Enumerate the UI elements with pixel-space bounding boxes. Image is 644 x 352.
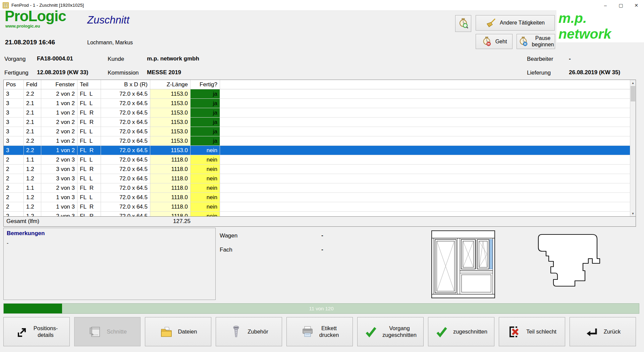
positions-details-label: Positions- details bbox=[34, 325, 58, 339]
pause-beginnen-label: Pause beginnen bbox=[532, 35, 554, 48]
cell-fenster: 3 von 3 bbox=[41, 165, 77, 174]
cell-zlaenge: 1118.0 bbox=[150, 155, 191, 164]
cell-pos: 3 bbox=[4, 146, 24, 155]
stopwatch-pause-icon bbox=[518, 36, 529, 47]
table-row[interactable]: 3 2.1 2 von 2 FL L 72.0 x 64.5 1153.0 ja bbox=[4, 127, 636, 136]
cell-fenster: 2 von 3 bbox=[41, 212, 77, 217]
cell-fertig: nein bbox=[191, 183, 220, 192]
dateien-button[interactable]: Dateien bbox=[145, 317, 211, 346]
cell-zlaenge: 1153.0 bbox=[150, 108, 191, 117]
col-header-zlaenge[interactable]: Z-Länge bbox=[150, 80, 191, 89]
table-row[interactable]: 2 1.2 2 von 3 FL R 72.0 x 64.5 1118.0 ne… bbox=[4, 212, 636, 217]
cell-pos: 2 bbox=[4, 212, 24, 217]
current-datetime: 21.08.2019 16:46 bbox=[5, 39, 55, 46]
zurueck-button[interactable]: Zurück bbox=[570, 317, 636, 346]
table-row[interactable]: 3 2.2 1 von 2 FL R 72.0 x 64.5 1153.0 ne… bbox=[4, 146, 636, 155]
table-row[interactable]: 2 1.2 1 von 3 FL L 72.0 x 64.5 1118.0 ne… bbox=[4, 193, 636, 202]
cell-fenster: 2 von 3 bbox=[41, 155, 77, 164]
table-row[interactable]: 2 1.2 3 von 3 FL R 72.0 x 64.5 1118.0 ne… bbox=[4, 165, 636, 174]
table-row[interactable]: 2 1.1 2 von 3 FL L 72.0 x 64.5 1118.0 ne… bbox=[4, 155, 636, 165]
timer-lookup-button[interactable] bbox=[455, 15, 471, 32]
cell-teil: FL L bbox=[77, 193, 101, 202]
scrollbar-thumb[interactable] bbox=[631, 86, 635, 101]
pause-beginnen-button[interactable]: Pause beginnen bbox=[517, 34, 555, 49]
cell-filler bbox=[220, 183, 636, 192]
scroll-down-icon[interactable]: ▼ bbox=[630, 211, 636, 216]
etikett-drucken-button[interactable]: Etikett drucken bbox=[286, 317, 353, 346]
cell-fertig: nein bbox=[191, 174, 220, 183]
col-header-fertig[interactable]: Fertig? bbox=[191, 80, 220, 89]
teil-schlecht-label: Teil schlecht bbox=[526, 328, 556, 335]
table-scrollbar[interactable]: ▲ ▼ bbox=[630, 80, 636, 216]
current-user: Lochmann, Markus bbox=[87, 40, 133, 46]
cell-fertig: nein bbox=[191, 165, 220, 174]
wagen-value: - bbox=[321, 232, 323, 239]
progress-bar: 11 von 120 bbox=[3, 303, 639, 314]
cell-teil: FL L bbox=[77, 136, 101, 145]
bearbeiter-label: Bearbeiter bbox=[527, 56, 553, 62]
col-header-pos[interactable]: Pos bbox=[4, 80, 24, 89]
cell-teil: FL R bbox=[77, 202, 101, 211]
col-header-teil[interactable]: Teil bbox=[77, 80, 101, 89]
col-header-bxd[interactable]: B x D (R) bbox=[101, 80, 150, 89]
cell-feld: 2.2 bbox=[24, 136, 41, 145]
vorgang-zugeschnitten-button[interactable]: Vorgang zugeschnitten bbox=[357, 317, 424, 346]
printer-icon bbox=[301, 325, 315, 339]
positions-details-button[interactable]: Positions- details bbox=[3, 317, 70, 346]
close-button[interactable]: ✕ bbox=[629, 0, 644, 11]
vorgang-value: FA18-0004.01 bbox=[37, 55, 73, 62]
kommission-label: Kommission bbox=[108, 70, 139, 76]
bemerkungen-label: Bemerkungen bbox=[7, 230, 45, 237]
cell-pos: 3 bbox=[4, 99, 24, 108]
cell-teil: FL R bbox=[77, 165, 101, 174]
selected-part-highlight bbox=[490, 239, 492, 269]
cell-teil: FL R bbox=[77, 212, 101, 217]
table-row[interactable]: 3 2.1 1 von 2 FL L 72.0 x 64.5 1153.0 ja bbox=[4, 99, 636, 108]
fertigung-label: Fertigung bbox=[4, 70, 29, 76]
teil-schlecht-button[interactable]: Teil schlecht bbox=[499, 317, 565, 346]
geht-button[interactable]: Geht bbox=[476, 34, 513, 49]
kunde-value: m.p. network gmbh bbox=[147, 55, 199, 62]
cell-zlaenge: 1118.0 bbox=[150, 165, 191, 174]
table-row[interactable]: 3 2.1 2 von 2 FL R 72.0 x 64.5 1153.0 ja bbox=[4, 118, 636, 127]
cell-pos: 3 bbox=[4, 127, 24, 136]
cell-fenster: 1 von 3 bbox=[41, 193, 77, 202]
table-row[interactable]: 2 1.2 1 von 3 FL R 72.0 x 64.5 1118.0 ne… bbox=[4, 202, 636, 212]
table-row[interactable]: 3 2.2 2 von 2 FL L 72.0 x 64.5 1153.0 ja bbox=[4, 89, 636, 99]
cell-teil: FL R bbox=[77, 183, 101, 192]
andere-taetigkeiten-button[interactable]: Andere Tätigkeiten bbox=[476, 15, 555, 31]
app-icon bbox=[3, 2, 9, 8]
cell-fertig: ja bbox=[191, 127, 220, 136]
cell-zlaenge: 1153.0 bbox=[150, 136, 191, 145]
table-row[interactable]: 2 1.1 2 von 3 FL R 72.0 x 64.5 1118.0 ne… bbox=[4, 183, 636, 193]
cell-zlaenge: 1118.0 bbox=[150, 193, 191, 202]
maximize-button[interactable]: ▢ bbox=[613, 0, 629, 11]
titlebar: FenProd - 1 - Zuschnitt [1920x1025] – ▢ … bbox=[0, 0, 644, 11]
geht-label: Geht bbox=[495, 39, 507, 45]
fach-label: Fach bbox=[220, 247, 232, 253]
table-row[interactable]: 3 2.1 1 von 2 FL R 72.0 x 64.5 1153.0 ja bbox=[4, 108, 636, 118]
prologic-logo: ProLogic www.prologic.eu bbox=[5, 9, 66, 29]
table-row[interactable]: 3 2.2 1 von 2 FL L 72.0 x 64.5 1153.0 ja bbox=[4, 136, 636, 146]
zubehoer-button[interactable]: Zubehör bbox=[216, 317, 282, 346]
window-title: FenProd - 1 - Zuschnitt [1920x1025] bbox=[11, 3, 84, 8]
zugeschnitten-button[interactable]: zugeschnitten bbox=[428, 317, 494, 346]
cell-fertig: ja bbox=[191, 99, 220, 108]
table-row[interactable]: 2 1.2 3 von 3 FL L 72.0 x 64.5 1118.0 ne… bbox=[4, 174, 636, 183]
kunde-label: Kunde bbox=[108, 56, 124, 62]
table-body: 3 2.2 2 von 2 FL L 72.0 x 64.5 1153.0 ja… bbox=[4, 89, 636, 217]
col-header-fenster[interactable]: Fenster bbox=[41, 80, 77, 89]
cell-feld: 2.1 bbox=[24, 127, 41, 136]
zugeschnitten-label: zugeschnitten bbox=[453, 328, 487, 335]
lieferung-label: Lieferung bbox=[527, 70, 551, 76]
cell-fenster: 2 von 2 bbox=[41, 89, 77, 98]
bemerkungen-box: Bemerkungen - bbox=[3, 228, 216, 300]
cell-filler bbox=[220, 165, 636, 174]
col-header-feld[interactable]: Feld bbox=[24, 80, 41, 89]
cell-bxd: 72.0 x 64.5 bbox=[101, 193, 150, 202]
minimize-button[interactable]: – bbox=[598, 0, 613, 11]
total-label: Gesamt (lfm) bbox=[6, 217, 39, 226]
cell-fertig: nein bbox=[191, 155, 220, 164]
cell-bxd: 72.0 x 64.5 bbox=[101, 202, 150, 211]
scroll-up-icon[interactable]: ▲ bbox=[630, 80, 636, 86]
